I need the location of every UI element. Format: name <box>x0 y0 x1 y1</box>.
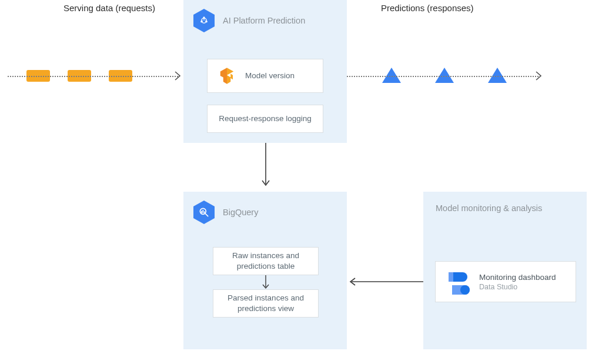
parsed-instances-card: Parsed instances and predictions view <box>213 289 319 318</box>
svg-marker-5 <box>227 68 233 84</box>
svg-marker-4 <box>220 68 227 84</box>
response-triangle <box>488 68 507 83</box>
raw-instances-card: Raw instances and predictions table <box>213 247 319 275</box>
ai-platform-title: AI Platform Prediction <box>223 15 305 26</box>
dashboard-label: Monitoring dashboard <box>479 272 556 283</box>
dashboard-sub-label: Data Studio <box>479 283 556 291</box>
arrow-down-icon <box>262 143 269 190</box>
flow-line-right <box>347 76 539 77</box>
ai-platform-icon <box>193 9 215 32</box>
raw-instances-label: Raw instances and predictions table <box>220 251 311 271</box>
arrow-left-icon <box>347 278 424 286</box>
model-version-card: Model version <box>207 59 323 93</box>
parsed-instances-label: Parsed instances and predictions view <box>220 293 311 313</box>
bigquery-title: BigQuery <box>223 207 258 218</box>
svg-point-13 <box>460 285 470 295</box>
rr-logging-label: Request-response logging <box>219 113 312 124</box>
flow-line-left <box>8 76 178 77</box>
response-triangle <box>435 68 454 83</box>
serving-data-label: Serving data (requests) <box>63 3 155 13</box>
monitoring-title: Model monitoring & analysis <box>436 203 542 213</box>
svg-line-8 <box>206 214 208 216</box>
model-version-label: Model version <box>245 71 295 81</box>
monitoring-dashboard-card: Monitoring dashboard Data Studio <box>435 261 576 302</box>
tensorflow-icon <box>218 67 236 85</box>
predictions-label: Predictions (responses) <box>381 3 474 13</box>
data-studio-icon <box>444 268 472 296</box>
response-triangle <box>382 68 401 83</box>
bigquery-icon <box>193 201 215 224</box>
request-response-logging-card: Request-response logging <box>207 105 323 133</box>
